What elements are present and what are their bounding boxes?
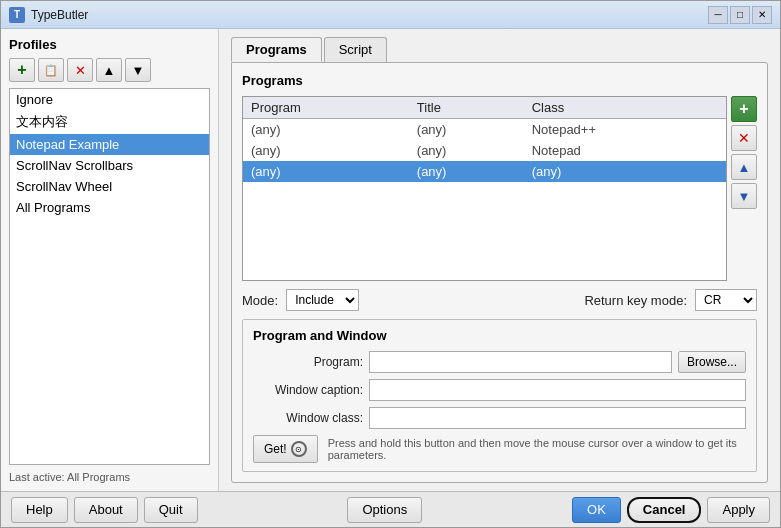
sidebar-item-all-programs[interactable]: All Programs bbox=[10, 197, 209, 218]
apply-button[interactable]: Apply bbox=[707, 497, 770, 523]
titlebar-controls: ─ □ ✕ bbox=[708, 6, 772, 24]
window-class-input[interactable] bbox=[369, 407, 746, 429]
window-class-row: Window class: bbox=[253, 407, 746, 429]
cell-title: (any) bbox=[409, 140, 524, 161]
mode-label: Mode: bbox=[242, 293, 278, 308]
maximize-button[interactable]: □ bbox=[730, 6, 750, 24]
program-input[interactable] bbox=[369, 351, 672, 373]
cell-program: (any) bbox=[243, 119, 409, 141]
options-button[interactable]: Options bbox=[347, 497, 422, 523]
programs-table-area: Program Title Class (any) (any) bbox=[242, 96, 757, 281]
tab-content: Programs Program Title Class bbox=[231, 62, 768, 483]
col-title: Title bbox=[409, 97, 524, 119]
close-button[interactable]: ✕ bbox=[752, 6, 772, 24]
pw-section-title: Program and Window bbox=[253, 328, 746, 343]
sidebar-item-notepad-example[interactable]: Notepad Example bbox=[10, 134, 209, 155]
right-panel: Programs Script Programs Program bbox=[219, 29, 780, 491]
table-scroll[interactable]: Program Title Class (any) (any) bbox=[243, 97, 726, 280]
cell-title: (any) bbox=[409, 119, 524, 141]
app-icon: T bbox=[9, 7, 25, 23]
table-row[interactable]: (any) (any) Notepad bbox=[243, 140, 726, 161]
col-class: Class bbox=[524, 97, 726, 119]
window-caption-input[interactable] bbox=[369, 379, 746, 401]
programs-section-title: Programs bbox=[242, 73, 757, 88]
col-program: Program bbox=[243, 97, 409, 119]
window-title: TypeButler bbox=[31, 8, 88, 22]
table-buttons: + ✕ ▲ ▼ bbox=[731, 96, 757, 281]
sidebar: Profiles + 📋 ✕ ▲ ▼ Ignore 文本内容 Notepad E… bbox=[1, 29, 219, 491]
quit-button[interactable]: Quit bbox=[144, 497, 198, 523]
main-content: Profiles + 📋 ✕ ▲ ▼ Ignore 文本内容 Notepad E… bbox=[1, 29, 780, 491]
browse-button[interactable]: Browse... bbox=[678, 351, 746, 373]
window-caption-row: Window caption: bbox=[253, 379, 746, 401]
bottom-bar: Help About Quit Options OK Cancel Apply bbox=[1, 491, 780, 527]
sidebar-toolbar: + 📋 ✕ ▲ ▼ bbox=[9, 58, 210, 82]
profiles-list: Ignore 文本内容 Notepad Example ScrollNav Sc… bbox=[9, 88, 210, 465]
delete-profile-button[interactable]: ✕ bbox=[67, 58, 93, 82]
window-class-label: Window class: bbox=[253, 411, 363, 425]
table-row[interactable]: (any) (any) Notepad++ bbox=[243, 119, 726, 141]
table-row[interactable]: (any) (any) (any) bbox=[243, 161, 726, 182]
copy-profile-button[interactable]: 📋 bbox=[38, 58, 64, 82]
mode-select[interactable]: Include Exclude bbox=[286, 289, 359, 311]
pw-section: Program and Window Program: Browse... Wi… bbox=[242, 319, 757, 472]
move-up-profile-button[interactable]: ▲ bbox=[96, 58, 122, 82]
sidebar-item-wenben[interactable]: 文本内容 bbox=[10, 110, 209, 134]
cell-class: Notepad++ bbox=[524, 119, 726, 141]
titlebar: T TypeButler ─ □ ✕ bbox=[1, 1, 780, 29]
sidebar-item-scrollnav-scrollbars[interactable]: ScrollNav Scrollbars bbox=[10, 155, 209, 176]
help-button[interactable]: Help bbox=[11, 497, 68, 523]
tab-script[interactable]: Script bbox=[324, 37, 387, 62]
get-row: Get! ⊙ Press and hold this button and th… bbox=[253, 435, 746, 463]
delete-program-button[interactable]: ✕ bbox=[731, 125, 757, 151]
get-button[interactable]: Get! ⊙ bbox=[253, 435, 318, 463]
sidebar-item-scrollnav-wheel[interactable]: ScrollNav Wheel bbox=[10, 176, 209, 197]
window-caption-label: Window caption: bbox=[253, 383, 363, 397]
add-profile-button[interactable]: + bbox=[9, 58, 35, 82]
mode-row: Mode: Include Exclude Return key mode: C… bbox=[242, 289, 757, 311]
main-window: T TypeButler ─ □ ✕ Profiles + 📋 ✕ ▲ ▼ Ig… bbox=[0, 0, 781, 528]
move-down-program-button[interactable]: ▼ bbox=[731, 183, 757, 209]
about-button[interactable]: About bbox=[74, 497, 138, 523]
cell-program: (any) bbox=[243, 161, 409, 182]
return-key-label: Return key mode: bbox=[584, 293, 687, 308]
cell-title: (any) bbox=[409, 161, 524, 182]
program-row: Program: Browse... bbox=[253, 351, 746, 373]
ok-button[interactable]: OK bbox=[572, 497, 621, 523]
move-down-profile-button[interactable]: ▼ bbox=[125, 58, 151, 82]
minimize-button[interactable]: ─ bbox=[708, 6, 728, 24]
get-hint: Press and hold this button and then move… bbox=[328, 437, 746, 461]
cancel-button[interactable]: Cancel bbox=[627, 497, 702, 523]
get-button-label: Get! bbox=[264, 442, 287, 456]
tab-programs[interactable]: Programs bbox=[231, 37, 322, 62]
cell-class: (any) bbox=[524, 161, 726, 182]
programs-table-container: Program Title Class (any) (any) bbox=[242, 96, 727, 281]
target-icon: ⊙ bbox=[291, 441, 307, 457]
add-program-button[interactable]: + bbox=[731, 96, 757, 122]
sidebar-item-ignore[interactable]: Ignore bbox=[10, 89, 209, 110]
move-up-program-button[interactable]: ▲ bbox=[731, 154, 757, 180]
last-active: Last active: All Programs bbox=[9, 471, 210, 483]
cell-class: Notepad bbox=[524, 140, 726, 161]
program-label: Program: bbox=[253, 355, 363, 369]
return-key-select[interactable]: CR LF CRLF bbox=[695, 289, 757, 311]
programs-table: Program Title Class (any) (any) bbox=[243, 97, 726, 182]
cell-program: (any) bbox=[243, 140, 409, 161]
tabs: Programs Script bbox=[231, 37, 768, 62]
sidebar-title: Profiles bbox=[9, 37, 210, 52]
